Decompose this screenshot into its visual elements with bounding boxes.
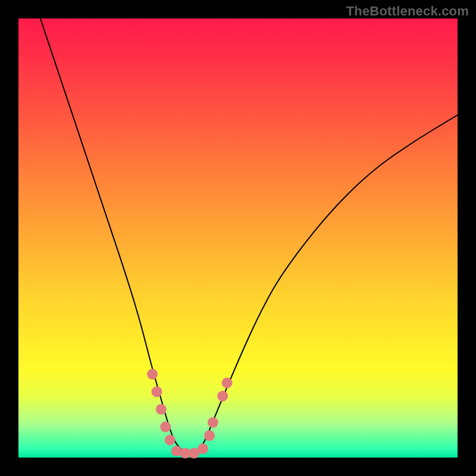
curve-marker — [156, 404, 167, 415]
curve-marker — [165, 435, 176, 446]
curve-marker — [160, 421, 171, 432]
bottleneck-curve — [40, 18, 458, 453]
curve-markers — [147, 369, 233, 459]
curve-marker — [208, 417, 218, 428]
curve-marker — [152, 386, 162, 397]
chart-svg — [18, 18, 458, 458]
watermark-label: TheBottleneck.com — [346, 4, 469, 19]
curve-marker — [147, 369, 158, 380]
curve-marker — [204, 430, 215, 441]
chart-frame — [18, 18, 458, 458]
curve-marker — [217, 391, 228, 402]
curve-marker — [222, 378, 233, 389]
curve-marker — [198, 443, 208, 454]
